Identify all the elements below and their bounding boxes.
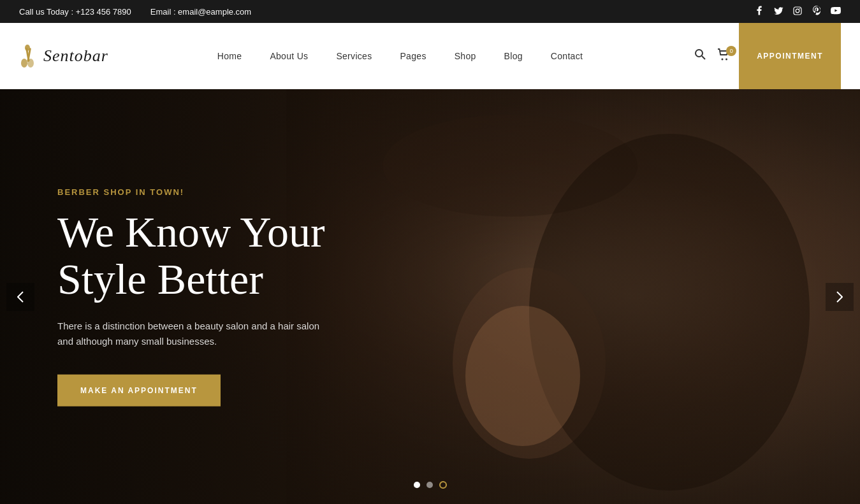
svg-point-1 xyxy=(796,9,799,13)
hero-subtitle: BERBER SHOP IN TOWN! xyxy=(57,187,325,196)
slider-prev-button[interactable] xyxy=(6,283,34,311)
svg-point-7 xyxy=(25,45,30,51)
appointment-button[interactable]: APPOINTMENT xyxy=(739,23,841,89)
svg-point-3 xyxy=(21,59,27,68)
hero-title-line2: Style Better xyxy=(57,255,263,303)
email-label: Email : email@eample.com xyxy=(150,7,251,17)
phone-label: Call us Today : +123 456 7890 xyxy=(19,7,131,17)
pinterest-icon[interactable] xyxy=(812,6,822,17)
slider-next-button[interactable] xyxy=(826,283,854,311)
nav-item-contact[interactable]: Contact xyxy=(537,51,597,61)
nav-actions: 0 APPOINTMENT xyxy=(692,23,841,89)
youtube-icon[interactable] xyxy=(831,6,841,17)
slider-dot-3[interactable] xyxy=(439,481,447,489)
svg-point-11 xyxy=(725,58,727,60)
hero-description: There is a distinction between a beauty … xyxy=(57,319,325,349)
svg-line-9 xyxy=(702,56,705,59)
search-icon[interactable] xyxy=(692,46,708,66)
topbar-contact: Call us Today : +123 456 7890 Email : em… xyxy=(19,7,251,17)
slider-dots xyxy=(414,481,447,489)
logo-icon xyxy=(19,41,40,71)
nav-item-blog[interactable]: Blog xyxy=(490,51,537,61)
nav-item-services[interactable]: Services xyxy=(322,51,386,61)
topbar-social xyxy=(754,6,841,17)
nav-item-shop[interactable]: Shop xyxy=(441,51,490,61)
twitter-icon[interactable] xyxy=(773,6,783,17)
slider-dot-2[interactable] xyxy=(426,482,433,488)
logo[interactable]: Sentobar xyxy=(19,41,108,71)
svg-point-8 xyxy=(696,50,703,57)
cart-count: 0 xyxy=(726,46,736,56)
hero-section: BERBER SHOP IN TOWN! We Know Your Style … xyxy=(0,89,860,504)
nav-item-about[interactable]: About Us xyxy=(256,51,322,61)
svg-point-2 xyxy=(799,8,801,9)
nav-item-home[interactable]: Home xyxy=(203,51,256,61)
svg-rect-0 xyxy=(794,7,801,15)
svg-point-10 xyxy=(722,58,724,60)
nav-item-pages[interactable]: Pages xyxy=(386,51,440,61)
hero-title: We Know Your Style Better xyxy=(57,208,325,303)
hero-cta-button[interactable]: MAKE AN APPOINTMENT xyxy=(57,375,221,407)
topbar: Call us Today : +123 456 7890 Email : em… xyxy=(0,0,860,23)
hero-title-line1: We Know Your xyxy=(57,207,325,256)
facebook-icon[interactable] xyxy=(754,6,764,17)
instagram-icon[interactable] xyxy=(792,6,803,17)
header: Sentobar Home About Us Services Pages Sh… xyxy=(0,23,860,89)
logo-text: Sentobar xyxy=(43,47,108,66)
slider-dot-1[interactable] xyxy=(414,482,420,488)
main-nav: Home About Us Services Pages Shop Blog C… xyxy=(203,51,597,61)
cart-wrapper[interactable]: 0 xyxy=(715,48,732,64)
hero-content: BERBER SHOP IN TOWN! We Know Your Style … xyxy=(57,187,325,407)
